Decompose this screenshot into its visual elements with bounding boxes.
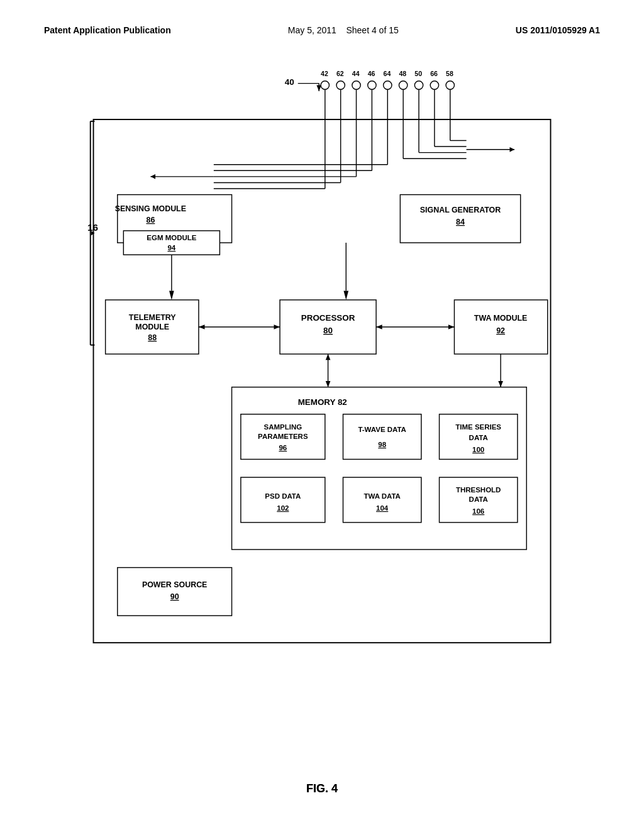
- svg-point-15: [368, 81, 376, 89]
- egm-module-label: EGM MODULE: [147, 234, 196, 241]
- svg-text:66: 66: [430, 70, 438, 77]
- page-header: Patent Application Publication May 5, 20…: [0, 25, 644, 35]
- svg-text:46: 46: [368, 70, 375, 77]
- svg-text:98: 98: [378, 441, 386, 448]
- svg-marker-66: [199, 324, 205, 329]
- header-date-sheet: May 5, 2011 Sheet 4 of 15: [288, 25, 399, 35]
- svg-text:64: 64: [384, 70, 391, 77]
- fig-caption: FIG. 4: [306, 782, 338, 795]
- svg-text:50: 50: [414, 70, 422, 77]
- svg-rect-92: [118, 568, 232, 616]
- svg-marker-72: [326, 381, 331, 387]
- telemetry-module-label: TELEMETRY: [129, 313, 176, 322]
- svg-point-20: [446, 81, 454, 89]
- svg-text:94: 94: [167, 244, 175, 252]
- svg-text:96: 96: [279, 444, 287, 451]
- twave-label: T-WAVE DATA: [358, 426, 406, 433]
- svg-text:44: 44: [352, 70, 360, 77]
- svg-point-16: [384, 81, 392, 89]
- svg-text:DATA: DATA: [469, 495, 488, 503]
- svg-point-13: [336, 81, 345, 89]
- twa-module-label: TWA MODULE: [474, 314, 527, 323]
- svg-text:58: 58: [446, 70, 453, 77]
- svg-point-18: [414, 81, 423, 89]
- sampling-label: SAMPLING: [264, 423, 303, 431]
- svg-text:84: 84: [456, 218, 465, 226]
- svg-marker-73: [326, 354, 331, 360]
- svg-text:80: 80: [323, 326, 333, 335]
- threshold-label: THRESHOLD: [456, 486, 501, 494]
- processor-label: PROCESSOR: [301, 313, 355, 323]
- svg-text:88: 88: [148, 333, 157, 342]
- psd-label: PSD DATA: [265, 492, 301, 500]
- svg-marker-55: [169, 291, 174, 300]
- label-40: 40: [285, 77, 294, 87]
- svg-marker-69: [376, 324, 382, 329]
- svg-text:104: 104: [376, 504, 389, 512]
- svg-marker-57: [343, 291, 348, 300]
- svg-text:106: 106: [472, 507, 484, 515]
- svg-text:PARAMETERS: PARAMETERS: [258, 433, 308, 440]
- svg-text:48: 48: [399, 70, 406, 77]
- svg-text:90: 90: [170, 592, 179, 601]
- svg-text:102: 102: [277, 504, 289, 512]
- svg-point-19: [430, 81, 438, 89]
- signal-generator-label: SIGNAL GENERATOR: [420, 206, 501, 214]
- svg-rect-87: [343, 477, 421, 523]
- svg-marker-75: [498, 381, 503, 387]
- svg-rect-85: [241, 477, 325, 523]
- label-16: 16: [87, 222, 98, 233]
- memory-label: MEMORY 82: [298, 397, 347, 407]
- power-source-label: POWER SOURCE: [142, 580, 208, 589]
- svg-text:92: 92: [496, 326, 505, 335]
- svg-point-12: [321, 81, 329, 89]
- svg-marker-42: [509, 147, 514, 152]
- svg-text:100: 100: [472, 446, 484, 453]
- svg-marker-67: [274, 324, 280, 329]
- svg-point-14: [352, 81, 360, 89]
- svg-text:62: 62: [336, 70, 344, 77]
- header-date: May 5, 2011: [288, 25, 336, 35]
- sensing-module-label: SENSING MODULE: [115, 204, 186, 213]
- svg-rect-76: [232, 387, 527, 550]
- svg-text:86: 86: [146, 216, 155, 224]
- svg-text:MODULE: MODULE: [135, 323, 169, 331]
- header-sheet: Sheet 4 of 15: [346, 25, 398, 35]
- diagram-svg: 40 42 62 44 46 64 48 50 66 58 16: [44, 50, 600, 742]
- svg-text:DATA: DATA: [469, 434, 488, 441]
- header-publication: Patent Application Publication: [44, 25, 171, 35]
- svg-point-17: [399, 81, 407, 89]
- svg-rect-80: [343, 414, 421, 460]
- header-patent: US 2011/0105929 A1: [516, 25, 600, 35]
- svg-marker-70: [448, 324, 455, 329]
- time-series-label: TIME SERIES: [455, 423, 501, 431]
- twa-data-label: TWA DATA: [364, 492, 400, 500]
- svg-marker-40: [150, 174, 155, 179]
- svg-text:42: 42: [321, 70, 328, 77]
